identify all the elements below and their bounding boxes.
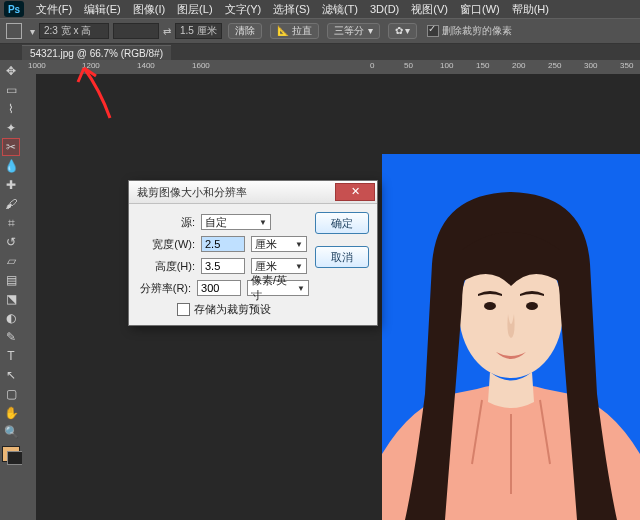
tool-hand[interactable]: ✋ [2,404,20,422]
tool-history[interactable]: ↺ [2,233,20,251]
height-input[interactable] [201,258,245,274]
menu-file[interactable]: 文件(F) [32,1,76,18]
ruler-vertical [22,74,37,520]
menu-select[interactable]: 选择(S) [269,1,314,18]
opt-height[interactable]: 1.5 厘米 [175,23,222,39]
crop-dialog: 裁剪图像大小和分辨率 ✕ 确定 取消 源: 自定▼ 宽度(W): 厘米▼ [128,180,378,326]
ruler-mark: 100 [440,61,453,70]
opt-gear[interactable]: ✿▾ [388,23,417,39]
menu-edit[interactable]: 编辑(E) [80,1,125,18]
tool-shape[interactable]: ▢ [2,385,20,403]
menu-3d[interactable]: 3D(D) [366,2,403,16]
opt-clear[interactable]: 清除 [228,23,262,39]
ruler-mark: 0 [370,61,374,70]
res-unit-dropdown[interactable]: 像素/英寸▼ [247,280,309,296]
app-logo: Ps [4,1,24,17]
tool-crop[interactable]: ✂ [2,138,20,156]
tool-wand[interactable]: ✦ [2,119,20,137]
tool-brush[interactable]: 🖌 [2,195,20,213]
opt-ratio[interactable]: 2:3 宽 x 高 [39,23,109,39]
opt-straighten[interactable]: 📐 拉直 [270,23,319,39]
menu-text[interactable]: 文字(Y) [221,1,266,18]
menu-view[interactable]: 视图(V) [407,1,452,18]
width-unit: 厘米 [255,237,277,252]
source-label: 源: [139,215,195,230]
ruler-mark: 200 [512,61,525,70]
dialog-close-button[interactable]: ✕ [335,183,375,201]
dialog-title: 裁剪图像大小和分辨率 [137,185,247,200]
menu-help[interactable]: 帮助(H) [508,1,553,18]
svg-point-1 [484,302,496,310]
document-tab[interactable]: 54321.jpg @ 66.7% (RGB/8#) [22,45,171,61]
height-unit: 厘米 [255,259,277,274]
ruler-mark: 1600 [192,61,210,70]
chevron-down-icon: ▼ [295,262,303,271]
dialog-cancel-button[interactable]: 取消 [315,246,369,268]
save-preset-check[interactable] [177,303,190,316]
photo [382,154,640,520]
portrait-svg [382,154,640,520]
height-unit-dropdown[interactable]: 厘米▼ [251,258,307,274]
menu-filter[interactable]: 滤镜(T) [318,1,362,18]
tool-eraser[interactable]: ▱ [2,252,20,270]
ruler-mark: 1400 [137,61,155,70]
tool-eyedrop[interactable]: 💧 [2,157,20,175]
chevron-down-icon: ▼ [295,240,303,249]
ruler-mark: 150 [476,61,489,70]
tool-pen[interactable]: ✎ [2,328,20,346]
opt-delete-pixels-label: 删除裁剪的像素 [442,24,512,38]
tool-dodge[interactable]: ◐ [2,309,20,327]
opt-delete-pixels-check[interactable] [427,25,439,37]
tool-heal[interactable]: ✚ [2,176,20,194]
opt-straighten-label: 拉直 [292,24,312,38]
ruler-icon: 📐 [277,24,289,38]
res-label: 分辨率(R): [139,281,191,296]
menu-image[interactable]: 图像(I) [129,1,169,18]
crop-tool-icon [6,23,22,39]
tool-gradient[interactable]: ▤ [2,271,20,289]
res-input[interactable] [197,280,241,296]
res-unit: 像素/英寸 [251,273,293,303]
gear-icon: ✿ [395,24,403,38]
swatch[interactable] [2,446,20,462]
ruler-mark: 50 [404,61,413,70]
chevron-down-icon: ▼ [297,284,305,293]
width-unit-dropdown[interactable]: 厘米▼ [251,236,307,252]
ruler-horizontal: 1000 1200 1400 1600 0 50 100 150 200 250… [22,60,640,75]
tool-type[interactable]: T [2,347,20,365]
tool-move[interactable]: ✥ [2,62,20,80]
tool-lasso[interactable]: ⌇ [2,100,20,118]
tool-stamp[interactable]: ⌗ [2,214,20,232]
ruler-mark: 1200 [82,61,100,70]
ruler-mark: 350 [620,61,633,70]
source-value: 自定 [205,215,227,230]
ruler-mark: 1000 [28,61,46,70]
height-label: 高度(H): [139,259,195,274]
ruler-mark: 250 [548,61,561,70]
width-label: 宽度(W): [139,237,195,252]
tool-path[interactable]: ↖ [2,366,20,384]
menu-layer[interactable]: 图层(L) [173,1,216,18]
source-dropdown[interactable]: 自定▼ [201,214,271,230]
chevron-down-icon: ▼ [259,218,267,227]
opt-width[interactable] [113,23,159,39]
dialog-ok-button[interactable]: 确定 [315,212,369,234]
ruler-mark: 300 [584,61,597,70]
svg-point-2 [526,302,538,310]
toolbox: ✥ ▭ ⌇ ✦ ✂ 💧 ✚ 🖌 ⌗ ↺ ▱ ▤ ⬔ ◐ ✎ T ↖ ▢ ✋ 🔍 [0,60,23,520]
opt-overlay-label: 三等分 [334,24,364,38]
save-preset-label: 存储为裁剪预设 [194,302,271,317]
menu-window[interactable]: 窗口(W) [456,1,504,18]
tool-blur[interactable]: ⬔ [2,290,20,308]
tool-marquee[interactable]: ▭ [2,81,20,99]
width-input[interactable] [201,236,245,252]
tool-zoom[interactable]: 🔍 [2,423,20,441]
opt-overlay-dd[interactable]: 三等分▾ [327,23,380,39]
